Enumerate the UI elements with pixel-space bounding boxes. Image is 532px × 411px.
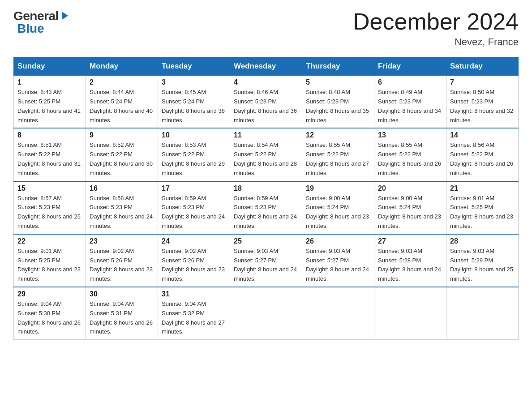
calendar-cell: 22 Sunrise: 9:01 AM Sunset: 5:25 PM Dayl… xyxy=(14,234,86,287)
calendar-cell: 9 Sunrise: 8:52 AM Sunset: 5:22 PM Dayli… xyxy=(86,128,158,181)
day-number: 14 xyxy=(450,131,515,139)
calendar-cell: 23 Sunrise: 9:02 AM Sunset: 5:26 PM Dayl… xyxy=(86,234,158,287)
day-info: Sunrise: 8:57 AM Sunset: 5:23 PM Dayligh… xyxy=(17,194,82,231)
logo-blue-text: Blue xyxy=(17,21,44,36)
day-number: 25 xyxy=(234,237,298,245)
svg-marker-0 xyxy=(62,12,68,20)
day-number: 19 xyxy=(306,184,370,193)
day-number: 20 xyxy=(378,184,442,193)
day-number: 26 xyxy=(306,237,370,245)
day-info: Sunrise: 8:43 AM Sunset: 5:25 PM Dayligh… xyxy=(17,88,82,125)
day-info: Sunrise: 8:59 AM Sunset: 5:23 PM Dayligh… xyxy=(162,194,226,231)
calendar-cell: 5 Sunrise: 8:48 AM Sunset: 5:23 PM Dayli… xyxy=(302,76,374,128)
day-info: Sunrise: 9:02 AM Sunset: 5:26 PM Dayligh… xyxy=(162,247,226,284)
calendar-cell: 25 Sunrise: 9:03 AM Sunset: 5:27 PM Dayl… xyxy=(230,234,302,287)
day-number: 3 xyxy=(162,78,226,86)
calendar-cell: 6 Sunrise: 8:49 AM Sunset: 5:23 PM Dayli… xyxy=(374,76,446,128)
calendar-cell xyxy=(446,287,519,340)
day-number: 16 xyxy=(90,184,154,193)
day-info: Sunrise: 8:59 AM Sunset: 5:23 PM Dayligh… xyxy=(234,194,298,231)
day-info: Sunrise: 8:45 AM Sunset: 5:24 PM Dayligh… xyxy=(162,88,226,125)
day-info: Sunrise: 9:04 AM Sunset: 5:32 PM Dayligh… xyxy=(162,300,226,337)
day-info: Sunrise: 9:02 AM Sunset: 5:26 PM Dayligh… xyxy=(90,247,154,284)
day-number: 8 xyxy=(17,131,82,139)
header-sunday: Sunday xyxy=(14,57,86,76)
calendar-cell xyxy=(374,287,446,340)
day-number: 18 xyxy=(234,184,298,193)
day-info: Sunrise: 9:03 AM Sunset: 5:27 PM Dayligh… xyxy=(234,247,298,284)
day-info: Sunrise: 8:51 AM Sunset: 5:22 PM Dayligh… xyxy=(17,141,82,178)
day-info: Sunrise: 8:52 AM Sunset: 5:22 PM Dayligh… xyxy=(90,141,154,178)
day-info: Sunrise: 8:55 AM Sunset: 5:22 PM Dayligh… xyxy=(378,141,442,178)
calendar-cell: 15 Sunrise: 8:57 AM Sunset: 5:23 PM Dayl… xyxy=(14,181,86,234)
day-info: Sunrise: 9:01 AM Sunset: 5:25 PM Dayligh… xyxy=(450,194,515,231)
day-number: 4 xyxy=(234,78,298,86)
calendar-week-row-4: 22 Sunrise: 9:01 AM Sunset: 5:25 PM Dayl… xyxy=(14,234,519,287)
day-info: Sunrise: 9:04 AM Sunset: 5:31 PM Dayligh… xyxy=(90,300,154,337)
calendar-cell: 26 Sunrise: 9:03 AM Sunset: 5:27 PM Dayl… xyxy=(302,234,374,287)
page-header: General Blue December 2024 Nevez, France xyxy=(13,9,519,48)
day-number: 6 xyxy=(378,78,442,86)
day-number: 1 xyxy=(17,78,82,86)
day-info: Sunrise: 8:44 AM Sunset: 5:24 PM Dayligh… xyxy=(90,88,154,125)
calendar-cell: 3 Sunrise: 8:45 AM Sunset: 5:24 PM Dayli… xyxy=(158,76,230,128)
calendar-cell xyxy=(230,287,302,340)
calendar-cell: 21 Sunrise: 9:01 AM Sunset: 5:25 PM Dayl… xyxy=(446,181,519,234)
calendar-title: December 2024 xyxy=(353,9,519,34)
header-tuesday: Tuesday xyxy=(158,57,230,76)
day-info: Sunrise: 9:03 AM Sunset: 5:29 PM Dayligh… xyxy=(450,247,515,284)
calendar-cell: 1 Sunrise: 8:43 AM Sunset: 5:25 PM Dayli… xyxy=(14,76,86,128)
day-number: 9 xyxy=(90,131,154,139)
day-info: Sunrise: 8:48 AM Sunset: 5:23 PM Dayligh… xyxy=(306,88,370,125)
day-info: Sunrise: 8:56 AM Sunset: 5:22 PM Dayligh… xyxy=(450,141,515,178)
header-saturday: Saturday xyxy=(446,57,519,76)
calendar-subtitle: Nevez, France xyxy=(353,36,519,48)
logo-arrow-icon xyxy=(60,11,70,22)
day-info: Sunrise: 9:04 AM Sunset: 5:30 PM Dayligh… xyxy=(17,300,82,337)
calendar-cell xyxy=(302,287,374,340)
day-info: Sunrise: 9:00 AM Sunset: 5:24 PM Dayligh… xyxy=(378,194,442,231)
calendar-cell: 18 Sunrise: 8:59 AM Sunset: 5:23 PM Dayl… xyxy=(230,181,302,234)
day-number: 15 xyxy=(17,184,82,193)
day-number: 27 xyxy=(378,237,442,245)
day-info: Sunrise: 9:00 AM Sunset: 5:24 PM Dayligh… xyxy=(306,194,370,231)
calendar-cell: 24 Sunrise: 9:02 AM Sunset: 5:26 PM Dayl… xyxy=(158,234,230,287)
day-number: 24 xyxy=(162,237,226,245)
calendar-cell: 20 Sunrise: 9:00 AM Sunset: 5:24 PM Dayl… xyxy=(374,181,446,234)
calendar-cell: 2 Sunrise: 8:44 AM Sunset: 5:24 PM Dayli… xyxy=(86,76,158,128)
header-friday: Friday xyxy=(374,57,446,76)
header-thursday: Thursday xyxy=(302,57,374,76)
calendar-cell: 17 Sunrise: 8:59 AM Sunset: 5:23 PM Dayl… xyxy=(158,181,230,234)
day-info: Sunrise: 8:46 AM Sunset: 5:23 PM Dayligh… xyxy=(234,88,298,125)
calendar-cell: 8 Sunrise: 8:51 AM Sunset: 5:22 PM Dayli… xyxy=(14,128,86,181)
header-wednesday: Wednesday xyxy=(230,57,302,76)
day-number: 12 xyxy=(306,131,370,139)
day-number: 5 xyxy=(306,78,370,86)
day-number: 31 xyxy=(162,290,226,298)
title-area: December 2024 Nevez, France xyxy=(353,9,519,48)
day-number: 23 xyxy=(90,237,154,245)
day-number: 11 xyxy=(234,131,298,139)
calendar-cell: 27 Sunrise: 9:03 AM Sunset: 5:28 PM Dayl… xyxy=(374,234,446,287)
calendar-week-row-5: 29 Sunrise: 9:04 AM Sunset: 5:30 PM Dayl… xyxy=(14,287,519,340)
day-info: Sunrise: 8:55 AM Sunset: 5:22 PM Dayligh… xyxy=(306,141,370,178)
day-number: 10 xyxy=(162,131,226,139)
weekday-header-row: Sunday Monday Tuesday Wednesday Thursday… xyxy=(14,57,519,76)
day-number: 29 xyxy=(17,290,82,298)
calendar-cell: 28 Sunrise: 9:03 AM Sunset: 5:29 PM Dayl… xyxy=(446,234,519,287)
header-monday: Monday xyxy=(86,57,158,76)
calendar-cell: 4 Sunrise: 8:46 AM Sunset: 5:23 PM Dayli… xyxy=(230,76,302,128)
calendar-table: Sunday Monday Tuesday Wednesday Thursday… xyxy=(13,57,519,340)
day-info: Sunrise: 8:50 AM Sunset: 5:23 PM Dayligh… xyxy=(450,88,515,125)
day-info: Sunrise: 8:49 AM Sunset: 5:23 PM Dayligh… xyxy=(378,88,442,125)
day-info: Sunrise: 8:53 AM Sunset: 5:22 PM Dayligh… xyxy=(162,141,226,178)
calendar-cell: 29 Sunrise: 9:04 AM Sunset: 5:30 PM Dayl… xyxy=(14,287,86,340)
day-info: Sunrise: 9:03 AM Sunset: 5:27 PM Dayligh… xyxy=(306,247,370,284)
day-number: 2 xyxy=(90,78,154,86)
day-number: 17 xyxy=(162,184,226,193)
calendar-cell: 12 Sunrise: 8:55 AM Sunset: 5:22 PM Dayl… xyxy=(302,128,374,181)
day-number: 30 xyxy=(90,290,154,298)
calendar-cell: 16 Sunrise: 8:58 AM Sunset: 5:23 PM Dayl… xyxy=(86,181,158,234)
calendar-week-row-1: 1 Sunrise: 8:43 AM Sunset: 5:25 PM Dayli… xyxy=(14,76,519,128)
day-number: 21 xyxy=(450,184,515,193)
